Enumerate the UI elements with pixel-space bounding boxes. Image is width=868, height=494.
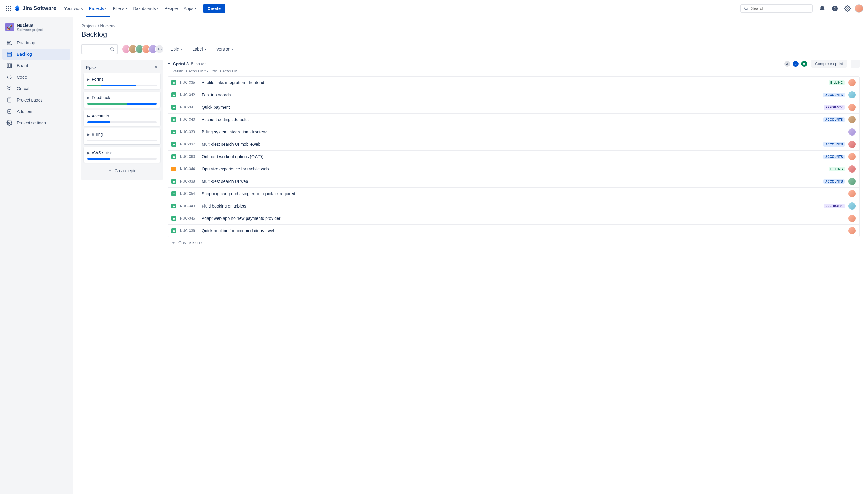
sidebar-item-code[interactable]: Code <box>2 72 70 82</box>
svg-rect-16 <box>7 44 12 45</box>
issue-type-icon: ◆ <box>171 130 176 134</box>
notifications-icon[interactable] <box>818 4 826 13</box>
nav-item-people[interactable]: People <box>162 0 181 17</box>
issue-list: ◆ NUC-335 Affelite links integration - f… <box>168 76 860 237</box>
jira-logo[interactable]: Jira Software <box>14 5 56 12</box>
issue-row[interactable]: ◆ NUC-340 Account settings defaults ACCO… <box>168 114 859 126</box>
svg-line-31 <box>113 50 114 51</box>
app-switcher-icon[interactable] <box>5 5 12 12</box>
issue-type-icon: ◆ <box>171 228 176 233</box>
backlog-search[interactable] <box>81 44 117 54</box>
assignee-avatar[interactable] <box>848 165 856 173</box>
issue-row[interactable]: ◆ NUC-342 Fast trip search ACCOUNTS <box>168 89 859 101</box>
issue-row[interactable]: ＋ NUC-354 Shopping cart purchasing error… <box>168 188 859 200</box>
sidebar-item-project-settings[interactable]: Project settings <box>2 117 70 128</box>
assignee-avatar[interactable] <box>848 190 856 197</box>
complete-sprint-button[interactable]: Complete sprint <box>811 60 847 68</box>
epic-tag: ACCOUNTS <box>824 154 845 159</box>
svg-rect-6 <box>6 10 7 11</box>
epic-card[interactable]: ▶Feedback <box>84 92 160 108</box>
assignee-avatar[interactable] <box>848 153 856 160</box>
issue-type-icon: ◆ <box>171 142 176 147</box>
global-search[interactable] <box>740 4 813 13</box>
create-button[interactable]: Create <box>203 4 225 13</box>
assignee-avatar[interactable] <box>848 178 856 185</box>
sidebar-item-add-item[interactable]: Add item <box>2 106 70 117</box>
nav-item-projects[interactable]: Projects▾ <box>86 0 110 17</box>
sidebar-item-project-pages[interactable]: Project pages <box>2 95 70 106</box>
sprint-name[interactable]: Sprint 3 <box>173 61 189 66</box>
plus-icon: ＋ <box>171 240 176 246</box>
svg-rect-3 <box>6 8 7 9</box>
sidebar-item-board[interactable]: Board <box>2 60 70 71</box>
epic-card[interactable]: ▶Billing <box>84 128 160 144</box>
issue-row[interactable]: ◆ NUC-346 Adapt web app no new payments … <box>168 212 859 225</box>
issue-key: NUC-339 <box>180 130 198 134</box>
assignee-avatar[interactable] <box>848 103 856 111</box>
issue-type-icon: ◆ <box>171 154 176 159</box>
issue-row[interactable]: ◆ NUC-360 Onboard workout options (OWO) … <box>168 151 859 163</box>
assignee-avatar[interactable] <box>848 215 856 222</box>
issue-key: NUC-336 <box>180 229 198 233</box>
svg-point-29 <box>9 122 10 124</box>
issue-title: Optimize experience for mobile web <box>202 167 825 171</box>
filter-label[interactable]: Label▾ <box>190 47 208 52</box>
epic-card[interactable]: ▶Forms <box>84 73 160 89</box>
assignee-avatar[interactable] <box>848 203 856 210</box>
svg-rect-18 <box>7 54 12 55</box>
nav-item-filters[interactable]: Filters▾ <box>110 0 130 17</box>
sidebar-item-roadmap[interactable]: Roadmap <box>2 37 70 48</box>
project-header[interactable]: 🚀 Nucleus Software project <box>2 23 70 37</box>
assignee-avatar[interactable] <box>848 227 856 234</box>
project-icon: 🚀 <box>5 23 14 31</box>
assignee-avatar[interactable] <box>848 141 856 148</box>
epic-tag: ACCOUNTS <box>824 142 845 147</box>
plus-icon: ＋ <box>108 168 112 173</box>
sidebar-item-on-call[interactable]: On-call <box>2 83 70 94</box>
issue-type-icon: ◆ <box>171 93 176 97</box>
assignee-avatar[interactable] <box>848 91 856 98</box>
issue-row[interactable]: ◆ NUC-341 Quick payment FEEDBACK <box>168 101 859 114</box>
breadcrumb[interactable]: Projects / Nucleus <box>81 23 860 28</box>
issue-title: Quick payment <box>202 105 820 110</box>
svg-line-10 <box>747 9 748 10</box>
epic-card[interactable]: ▶Accounts <box>84 110 160 126</box>
global-search-input[interactable] <box>751 6 809 11</box>
create-issue-button[interactable]: ＋ Create issue <box>168 237 860 248</box>
sprint-more-button[interactable]: ⋯ <box>851 60 860 68</box>
user-avatar[interactable] <box>855 4 863 13</box>
issue-row[interactable]: ◆ NUC-343 Fluid booking on tablets FEEDB… <box>168 200 859 212</box>
issue-row[interactable]: ! NUC-344 Optimize experience for mobile… <box>168 163 859 175</box>
sidebar-item-backlog[interactable]: Backlog <box>2 49 70 60</box>
epic-card[interactable]: ▶AWS spike <box>84 147 160 163</box>
assignee-avatar[interactable] <box>848 128 856 136</box>
nav-item-your-work[interactable]: Your work <box>61 0 86 17</box>
chevron-down-icon: ▾ <box>232 48 234 51</box>
issue-row[interactable]: ◆ NUC-336 Quick booking for accomodation… <box>168 225 859 237</box>
avatar-overflow[interactable]: +3 <box>155 44 164 54</box>
issue-row[interactable]: ◆ NUC-335 Affelite links integration - f… <box>168 77 859 89</box>
nav-item-dashboards[interactable]: Dashboards▾ <box>130 0 162 17</box>
svg-rect-4 <box>8 8 9 9</box>
assignee-avatar[interactable] <box>848 79 856 86</box>
issue-key: NUC-341 <box>180 105 198 109</box>
assignee-avatar[interactable] <box>848 116 856 123</box>
create-epic-button[interactable]: ＋ Create epic <box>84 165 160 176</box>
svg-rect-15 <box>7 42 10 43</box>
assignee-filter-avatars[interactable]: +3 <box>122 44 164 54</box>
epics-panel-title: Epics <box>86 65 96 70</box>
issue-key: NUC-335 <box>180 80 198 84</box>
issue-row[interactable]: ◆ NUC-337 Multi-dest search UI mobileweb… <box>168 138 859 151</box>
filter-version[interactable]: Version▾ <box>214 47 236 52</box>
nav-item-apps[interactable]: Apps▾ <box>181 0 199 17</box>
filter-epic[interactable]: Epic▾ <box>168 47 184 52</box>
settings-icon[interactable] <box>843 4 852 13</box>
close-icon[interactable]: ✕ <box>154 64 158 70</box>
help-icon[interactable]: ? <box>831 4 839 13</box>
issue-type-icon: ◆ <box>171 216 176 221</box>
issue-row[interactable]: ◆ NUC-339 Billing system integration - f… <box>168 126 859 138</box>
chevron-down-icon[interactable]: ▼ <box>168 62 171 65</box>
chevron-down-icon: ▾ <box>181 48 182 51</box>
issue-row[interactable]: ◆ NUC-338 Multi-dest search UI web ACCOU… <box>168 175 859 188</box>
issue-key: NUC-344 <box>180 167 198 171</box>
